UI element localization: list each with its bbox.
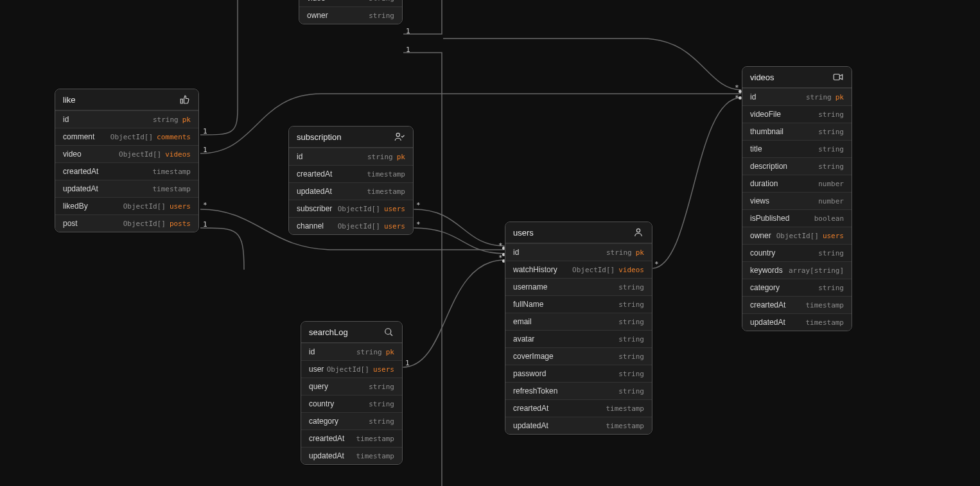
field-name: keywords — [750, 266, 783, 275]
field-row[interactable]: updatedAttimestamp — [55, 180, 198, 197]
field-type: array[string] — [789, 266, 844, 275]
field-type: string — [818, 162, 844, 171]
field-row[interactable]: creartedAttimestamp — [742, 296, 852, 313]
field-row[interactable]: updatedAttimestamp — [742, 313, 852, 331]
field-row[interactable]: channelObjectId[]users — [289, 217, 413, 234]
field-name: updatedAt — [309, 451, 344, 460]
field-row[interactable]: categorystring — [301, 412, 402, 430]
field-name: channel — [297, 221, 324, 230]
field-row[interactable]: creartedAttimestamp — [55, 162, 198, 180]
field-type: string — [818, 145, 844, 153]
field-name: fullName — [513, 300, 543, 309]
field-row[interactable]: videostring — [299, 0, 402, 6]
field-row[interactable]: usernamestring — [505, 278, 652, 295]
field-row[interactable]: thumbnailstring — [742, 123, 852, 140]
field-type: timestamp — [367, 170, 405, 178]
field-row[interactable]: titlestring — [742, 140, 852, 157]
field-row[interactable]: coverImagestring — [505, 347, 652, 365]
field-row[interactable]: updatedAttimestamp — [301, 447, 402, 464]
field-row[interactable]: likedByObjectId[]users — [55, 197, 198, 214]
field-row[interactable]: userObjectId[]users — [301, 360, 402, 378]
field-name: country — [309, 399, 334, 408]
field-name: post — [63, 219, 78, 228]
cardinality-label: * — [416, 220, 421, 229]
field-row[interactable]: videoFilestring — [742, 105, 852, 123]
field-row[interactable]: countrystring — [742, 244, 852, 261]
field-row[interactable]: countrystring — [301, 395, 402, 412]
field-type: ObjectId[]users — [123, 202, 191, 211]
field-name: creartedAt — [513, 404, 548, 413]
user-icon — [633, 227, 644, 238]
field-row[interactable]: keywordsarray[string] — [742, 261, 852, 279]
field-name: avatar — [513, 334, 534, 343]
field-row[interactable]: avatarstring — [505, 330, 652, 347]
field-row[interactable]: commentObjectId[]comments — [55, 128, 198, 145]
field-name: id — [513, 248, 519, 257]
field-name: query — [309, 382, 328, 391]
field-row[interactable]: updatedAttimestamp — [505, 417, 652, 434]
field-row[interactable]: idstringpk — [301, 343, 402, 360]
field-type: timestamp — [367, 187, 405, 196]
field-row[interactable]: creartedAttimestamp — [289, 165, 413, 182]
field-row[interactable]: creartedAttimestamp — [505, 399, 652, 417]
field-row[interactable]: idstringpk — [742, 88, 852, 105]
field-type: timestamp — [606, 404, 644, 413]
field-type: boolean — [814, 214, 844, 223]
field-name: creartedAt — [297, 169, 332, 178]
cardinality-label: * — [416, 201, 421, 209]
field-row[interactable]: fullNamestring — [505, 295, 652, 313]
table-searchLog[interactable]: searchLog idstringpkuserObjectId[]usersq… — [301, 321, 403, 465]
field-row[interactable]: updatedAttimestamp — [289, 182, 413, 200]
field-row[interactable]: postObjectId[]posts — [55, 214, 198, 232]
field-row[interactable]: idstringpk — [55, 110, 198, 128]
field-row[interactable]: viewsnumber — [742, 192, 852, 209]
field-type: string — [618, 387, 644, 395]
cardinality-label: 1 — [406, 27, 410, 35]
table-subscription[interactable]: subscription idstringpkcreartedAttimesta… — [288, 126, 414, 235]
field-name: refreshToken — [513, 386, 557, 395]
field-row[interactable]: subscriberObjectId[]users — [289, 200, 413, 217]
field-row[interactable]: categorystring — [742, 279, 852, 296]
field-row[interactable]: refreshTokenstring — [505, 382, 652, 399]
table-comments-partial[interactable]: updatedAttimestampvideostringownerstring — [299, 0, 403, 24]
field-type: stringpk — [356, 348, 394, 356]
table-videos[interactable]: videos idstringpkvideoFilestringthumbnai… — [742, 66, 852, 331]
field-row[interactable]: durationnumber — [742, 175, 852, 192]
field-row[interactable]: creartedAttimestamp — [301, 430, 402, 447]
table-like[interactable]: like idstringpkcommentObjectId[]comments… — [55, 89, 199, 232]
field-row[interactable]: videoObjectId[]videos — [55, 145, 198, 162]
field-row[interactable]: idstringpk — [505, 243, 652, 261]
field-type: string — [818, 128, 844, 136]
field-type: string — [618, 335, 644, 343]
field-name: username — [513, 282, 547, 291]
field-type: string — [818, 249, 844, 257]
field-row[interactable]: idstringpk — [289, 148, 413, 165]
field-name: watchHistory — [513, 265, 557, 274]
field-name: videoFile — [750, 110, 781, 119]
field-row[interactable]: ownerstring — [299, 6, 402, 24]
field-row[interactable]: emailstring — [505, 313, 652, 330]
table-title: subscription — [297, 132, 341, 142]
field-row[interactable]: passwordstring — [505, 365, 652, 382]
field-name: owner — [307, 11, 328, 20]
field-name: updatedAt — [750, 318, 785, 327]
field-row[interactable]: querystring — [301, 378, 402, 395]
field-type: ObjectId[]users — [338, 205, 405, 213]
video-icon — [832, 71, 844, 83]
field-name: category — [309, 417, 338, 426]
field-type: timestamp — [805, 318, 844, 327]
field-name: updatedAt — [513, 421, 548, 430]
table-title: searchLog — [309, 327, 348, 337]
table-users[interactable]: users idstringpkwatchHistoryObjectId[]vi… — [505, 221, 652, 435]
field-name: id — [297, 152, 302, 161]
field-row[interactable]: watchHistoryObjectId[]videos — [505, 261, 652, 278]
field-name: user — [309, 365, 324, 374]
field-name: creartedAt — [309, 434, 344, 443]
field-row[interactable]: ownerObjectId[]users — [742, 227, 852, 244]
field-row[interactable]: descriptionstring — [742, 157, 852, 175]
field-name: id — [63, 115, 69, 124]
field-name: updatedAt — [297, 187, 332, 196]
field-row[interactable]: isPublishedboolean — [742, 209, 852, 227]
field-type: string — [618, 283, 644, 291]
field-type: stringpk — [806, 93, 844, 101]
